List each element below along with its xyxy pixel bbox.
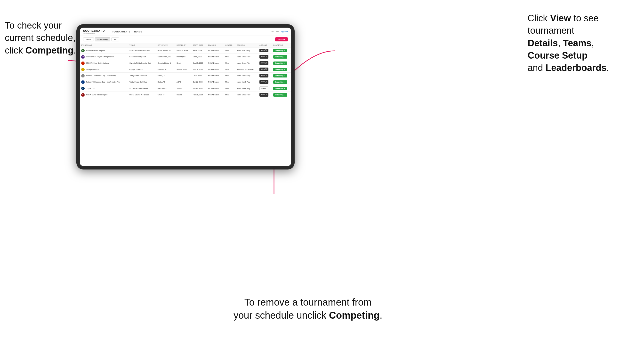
event-name-cell: J Jackson T. Stephens Cup – Stroke Play xyxy=(80,73,128,79)
col-venue: VENUE xyxy=(128,43,156,47)
gender-cell: Men xyxy=(224,47,236,54)
city-state-cell: Grand Haven, MI xyxy=(156,47,175,54)
hosted-by-cell xyxy=(175,73,191,79)
start-date-cell: Sep 4, 2023 xyxy=(191,47,206,54)
table-row: H John A. Burns Intercollegiate Ocean Co… xyxy=(80,92,291,98)
city-state-cell: Sammamish, WA xyxy=(156,54,175,60)
event-name-cell: W 2023 Sahalee Players Championship xyxy=(80,54,128,60)
actions-cell: View ⓘ xyxy=(258,92,272,98)
team-logo: W xyxy=(81,55,84,59)
col-actions: ACTIONS xyxy=(258,43,272,47)
venue-cell: Olympia Fields Country Club xyxy=(128,60,156,66)
team-logo: M xyxy=(81,49,84,52)
team-logo: A xyxy=(81,87,84,90)
gender-cell: Men xyxy=(224,79,236,85)
competing-cell: Competing ✓ xyxy=(272,47,291,54)
table-row: A Copper Cup Ak-Chin Southern DunesMaric… xyxy=(80,85,291,92)
hosted-by-cell: Arizona State xyxy=(175,66,191,73)
col-competing: COMPETING xyxy=(272,43,291,47)
event-name-text: Papago Individual xyxy=(86,68,100,70)
city-state-cell: Dallas, TX xyxy=(156,79,175,85)
venue-cell: American Dunes Golf Club xyxy=(128,47,156,54)
filter-home-button[interactable]: Home xyxy=(83,37,94,41)
table-row: W 2023 Sahalee Players Championship Saha… xyxy=(80,54,291,60)
division-cell: NCAA Division I xyxy=(207,85,224,92)
competing-cell: Competing ✓ xyxy=(272,79,291,85)
create-button[interactable]: + Create xyxy=(275,37,288,41)
venue-cell: Trinity Forest Golf Club xyxy=(128,73,156,79)
gender-cell: Men xyxy=(224,73,236,79)
nav-user: Test User xyxy=(270,30,279,33)
col-hosted-by: HOSTED BY xyxy=(175,43,191,47)
edit-button[interactable]: ✏ Edit xyxy=(260,86,268,90)
actions-cell: View ⓘ xyxy=(258,54,272,60)
nav-sign-out[interactable]: Sign out xyxy=(281,30,288,33)
gender-cell: Men xyxy=(224,92,236,98)
filter-competing-button[interactable]: Competing xyxy=(95,37,110,41)
gender-cell: Men xyxy=(224,60,236,66)
city-state-cell: Maricopa, AZ xyxy=(156,85,175,92)
start-date-cell: Oct 11, 2023 xyxy=(191,79,206,85)
filter-all-button[interactable]: All xyxy=(111,37,119,41)
view-button[interactable]: View ⓘ xyxy=(260,93,269,97)
annotation-bottom: To remove a tournament from your schedul… xyxy=(199,296,417,322)
event-name-cell: J Jackson T. Stephens Cup – Men's Match … xyxy=(80,79,128,85)
col-gender: GENDER xyxy=(224,43,236,47)
start-date-cell: Sep 9, 2023 xyxy=(191,54,206,60)
table-row: Y Papago Individual Papago Golf ClubPhoe… xyxy=(80,66,291,73)
nav-links: TOURNAMENTS TEAMS xyxy=(112,30,142,33)
view-button[interactable]: View ⓘ xyxy=(260,80,269,84)
event-name-text: Jackson T. Stephens Cup – Men's Match Pl… xyxy=(86,81,120,83)
view-button[interactable]: View ⓘ xyxy=(260,61,269,65)
start-date-cell: Sep 18, 2023 xyxy=(191,66,206,73)
division-cell: NCAA Division I xyxy=(207,47,224,54)
view-button[interactable]: View ⓘ xyxy=(260,55,269,59)
table-row: J Jackson T. Stephens Cup – Stroke Play … xyxy=(80,73,291,79)
view-button[interactable]: View ⓘ xyxy=(260,68,269,71)
city-state-cell: Dallas, TX xyxy=(156,73,175,79)
start-date-cell: Oct 9, 2023 xyxy=(191,73,206,79)
col-scoring: SCORING xyxy=(236,43,258,47)
table-row: I OFCC Fighting Illini Invitational Olym… xyxy=(80,60,291,66)
scoring-cell: team, Stroke Play xyxy=(236,92,258,98)
competing-button[interactable]: Competing ✓ xyxy=(273,74,287,77)
table-row: J Jackson T. Stephens Cup – Men's Match … xyxy=(80,79,291,85)
competing-button[interactable]: Competing ✓ xyxy=(273,93,287,97)
city-state-cell: Phoenix, AZ xyxy=(156,66,175,73)
hosted-by-cell: Hawaii xyxy=(175,92,191,98)
competing-cell: Competing ✓ xyxy=(272,60,291,66)
actions-cell: View ⓘ xyxy=(258,60,272,66)
division-cell: NCAA Division I xyxy=(207,54,224,60)
competing-button[interactable]: Competing ✓ xyxy=(273,87,287,90)
scoring-cell: individual, Stroke Play xyxy=(236,66,258,73)
competing-button[interactable]: Competing ✓ xyxy=(273,55,287,59)
hosted-by-cell: Michigan State xyxy=(175,47,191,54)
logo-area: SCOREBOARD Powered by clippi xyxy=(83,29,105,34)
col-division: DIVISION xyxy=(207,43,224,47)
competing-cell: Competing ✓ xyxy=(272,92,291,98)
view-button[interactable]: View ⓘ xyxy=(260,49,269,52)
actions-cell: View ⓘ xyxy=(258,73,272,79)
division-cell: NCAA Division I xyxy=(207,60,224,66)
view-button[interactable]: View ⓘ xyxy=(260,74,269,77)
division-cell: NCAA Division I xyxy=(207,79,224,85)
venue-cell: Papago Golf Club xyxy=(128,66,156,73)
competing-button[interactable]: Competing ✓ xyxy=(273,61,287,65)
scoring-cell: team, Stroke Play xyxy=(236,54,258,60)
competing-cell: Competing ✓ xyxy=(272,85,291,92)
hosted-by-cell: ABAC xyxy=(175,79,191,85)
event-name-text: Folds of Honor Collegiate xyxy=(86,50,105,51)
competing-button[interactable]: Competing ✓ xyxy=(273,68,287,71)
venue-cell: Sahalee Country Club xyxy=(128,54,156,60)
actions-cell: ✏ Edit xyxy=(258,85,272,92)
hosted-by-cell: Washington xyxy=(175,54,191,60)
event-name-text: Jackson T. Stephens Cup – Stroke Play xyxy=(86,75,116,76)
competing-button[interactable]: Competing ✓ xyxy=(273,49,287,52)
navbar: SCOREBOARD Powered by clippi TOURNAMENTS… xyxy=(80,28,291,36)
col-city-state: CITY, STATE xyxy=(156,43,175,47)
nav-tournaments[interactable]: TOURNAMENTS xyxy=(112,30,130,33)
competing-button[interactable]: Competing ✓ xyxy=(273,80,287,84)
hosted-by-cell: Arizona xyxy=(175,85,191,92)
nav-teams[interactable]: TEAMS xyxy=(134,30,142,33)
team-logo: J xyxy=(81,80,84,84)
